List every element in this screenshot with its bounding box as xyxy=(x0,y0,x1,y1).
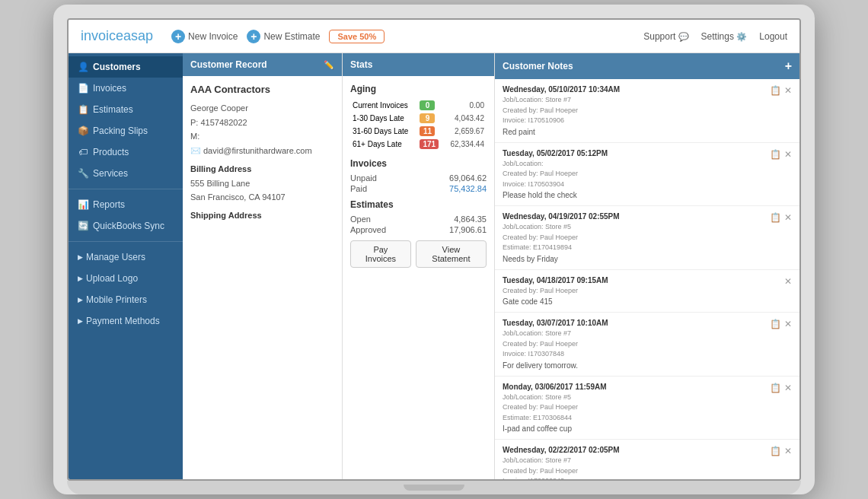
billing-address: 555 Billing Lane San Francisco, CA 94107 xyxy=(190,176,334,205)
save50-button[interactable]: Save 50% xyxy=(329,30,385,43)
note-content: Wednesday, 02/22/2017 02:05PM Job/Locati… xyxy=(503,446,765,479)
aging-title: Aging xyxy=(350,84,487,94)
note-meta: Job/Location: Store #7 Created by: Paul … xyxy=(503,456,765,479)
open-row: Open 4,864.35 xyxy=(350,215,487,224)
edit-icon[interactable]: ✏️ xyxy=(324,60,334,70)
quickbooks-icon: 🔄 xyxy=(78,221,88,231)
close-icon[interactable]: ✕ xyxy=(784,149,792,160)
close-icon[interactable]: ✕ xyxy=(784,319,792,329)
logo: invoiceasap xyxy=(81,28,153,44)
copy-icon[interactable]: 📋 xyxy=(770,383,781,393)
copy-icon[interactable]: 📋 xyxy=(770,319,781,329)
sidebar-item-packing-slips[interactable]: 📦 Packing Slips xyxy=(69,120,183,141)
stats-invoices: Invoices Unpaid 69,064.62 Paid 75,432.84 xyxy=(350,158,487,193)
close-icon[interactable]: ✕ xyxy=(784,383,792,393)
approved-value: 17,906.61 xyxy=(449,225,487,234)
note-item: Tuesday, 03/07/2017 10:10AM Job/Location… xyxy=(495,313,799,377)
aging-label-1-30: 1-30 Days Late xyxy=(350,112,417,125)
reports-icon: 📊 xyxy=(78,199,88,210)
note-meta: Job/Location: Store #7 Created by: Paul … xyxy=(503,329,765,360)
sidebar-item-invoices[interactable]: 📄 Invoices xyxy=(69,78,183,99)
paid-row: Paid 75,432.84 xyxy=(350,184,487,193)
stats-header: Stats xyxy=(343,53,494,76)
customers-icon: 👤 xyxy=(78,62,88,72)
note-text: For delivery tomorrow. xyxy=(503,361,765,370)
pay-invoices-button[interactable]: Pay Invoices xyxy=(350,240,411,268)
close-icon[interactable]: ✕ xyxy=(784,276,792,287)
add-note-icon[interactable]: + xyxy=(785,59,792,73)
support-icon: 💬 xyxy=(678,32,689,41)
open-value: 4,864.35 xyxy=(454,215,487,224)
note-date: Wednesday, 02/22/2017 02:05PM xyxy=(503,446,765,454)
note-content: Wednesday, 05/10/2017 10:34AM Job/Locati… xyxy=(503,85,765,136)
note-item: Monday, 03/06/2017 11:59AM Job/Location:… xyxy=(495,377,799,440)
note-text: Please hold the check xyxy=(503,191,765,199)
aging-label-61-plus: 61+ Days Late xyxy=(350,138,417,151)
copy-icon[interactable]: 📋 xyxy=(770,85,781,96)
copy-icon[interactable]: 📋 xyxy=(770,149,781,160)
logo-part1: invoice xyxy=(81,28,123,43)
aging-table: Current Invoices 0 0.00 1-30 Days Late 9… xyxy=(350,99,487,151)
close-icon[interactable]: ✕ xyxy=(784,446,792,456)
sidebar-item-products[interactable]: 🏷 Products xyxy=(69,141,183,163)
aging-row-31-60: 31-60 Days Late 11 2,659.67 xyxy=(350,125,487,138)
customer-email: david@firstunithardware.com xyxy=(203,144,312,158)
close-icon[interactable]: ✕ xyxy=(784,212,792,223)
sidebar-item-customers[interactable]: 👤 Customers xyxy=(69,56,183,78)
settings-link[interactable]: Settings ⚙️ xyxy=(701,31,748,42)
unpaid-label: Unpaid xyxy=(350,173,377,183)
note-meta: Job/Location: Store #7 Created by: Paul … xyxy=(503,95,765,126)
note-date: Wednesday, 05/10/2017 10:34AM xyxy=(503,85,765,94)
note-content: Monday, 03/06/2017 11:59AM Job/Location:… xyxy=(503,383,765,434)
copy-icon[interactable]: 📋 xyxy=(770,446,781,456)
sidebar-item-mobile-printers[interactable]: ▶ Mobile Printers xyxy=(69,289,183,310)
content-wrapper: Customer Record ✏️ AAA Contractors Georg… xyxy=(183,53,799,479)
new-invoice-label: New Invoice xyxy=(188,31,238,42)
new-invoice-button[interactable]: + New Invoice xyxy=(171,30,238,43)
sidebar-item-payment-methods[interactable]: ▶ Payment Methods xyxy=(69,310,183,332)
sidebar-item-services[interactable]: 🔧 Services xyxy=(69,163,183,184)
new-estimate-button[interactable]: + New Estimate xyxy=(247,30,320,43)
plus-circle-icon-2: + xyxy=(247,30,260,43)
chevron-icon-4: ▶ xyxy=(78,317,83,325)
stats-title: Stats xyxy=(350,59,372,70)
sidebar-label-upload-logo: Upload Logo xyxy=(86,273,138,284)
note-actions: ✕ xyxy=(784,276,792,287)
note-item: Wednesday, 05/10/2017 10:34AM Job/Locati… xyxy=(495,79,799,143)
sidebar-item-upload-logo[interactable]: ▶ Upload Logo xyxy=(69,268,183,289)
customer-record-title: Customer Record xyxy=(190,59,267,70)
note-actions: 📋 ✕ xyxy=(770,149,792,160)
note-actions: 📋 ✕ xyxy=(770,212,792,223)
unpaid-value: 69,064.62 xyxy=(449,173,487,183)
note-actions: 📋 ✕ xyxy=(770,446,792,456)
topbar: invoiceasap + New Invoice + New Estimate… xyxy=(69,20,799,53)
note-item: Wednesday, 02/22/2017 02:05PM Job/Locati… xyxy=(495,440,799,479)
note-meta: Job/Location: Created by: Paul Hoeper In… xyxy=(503,159,765,190)
support-link[interactable]: Support 💬 xyxy=(643,31,688,42)
sidebar-label-mobile-printers: Mobile Printers xyxy=(86,294,147,305)
chevron-icon-2: ▶ xyxy=(78,275,83,282)
sidebar-item-estimates[interactable]: 📋 Estimates xyxy=(69,99,183,120)
note-meta: Job/Location: Store #5 Created by: Paul … xyxy=(503,393,765,424)
logout-link[interactable]: Logout xyxy=(759,31,787,42)
note-date: Tuesday, 04/18/2017 09:15AM xyxy=(503,276,780,284)
note-date: Wednesday, 04/19/2017 02:55PM xyxy=(503,212,765,221)
settings-icon: ⚙️ xyxy=(736,32,747,41)
billing-street: 555 Billing Lane xyxy=(190,176,334,191)
sidebar-item-manage-users[interactable]: ▶ Manage Users xyxy=(69,246,183,268)
sidebar-item-reports[interactable]: 📊 Reports xyxy=(69,194,183,215)
close-icon[interactable]: ✕ xyxy=(784,85,792,96)
sidebar-label-products: Products xyxy=(93,147,129,157)
chevron-icon-3: ▶ xyxy=(78,296,83,304)
notes-list: Wednesday, 05/10/2017 10:34AM Job/Locati… xyxy=(495,79,799,479)
estimates-icon: 📋 xyxy=(78,104,88,115)
customer-email-row: ✉️ david@firstunithardware.com xyxy=(190,144,334,158)
aging-label-current: Current Invoices xyxy=(350,99,417,112)
note-date: Tuesday, 03/07/2017 10:10AM xyxy=(503,319,765,327)
view-statement-button[interactable]: View Statement xyxy=(416,240,487,268)
logo-part2: asap xyxy=(123,28,153,43)
sidebar-item-quickbooks[interactable]: 🔄 QuickBooks Sync xyxy=(69,215,183,237)
sidebar-label-services: Services xyxy=(93,168,128,179)
copy-icon[interactable]: 📋 xyxy=(770,212,781,223)
unpaid-row: Unpaid 69,064.62 xyxy=(350,173,487,183)
